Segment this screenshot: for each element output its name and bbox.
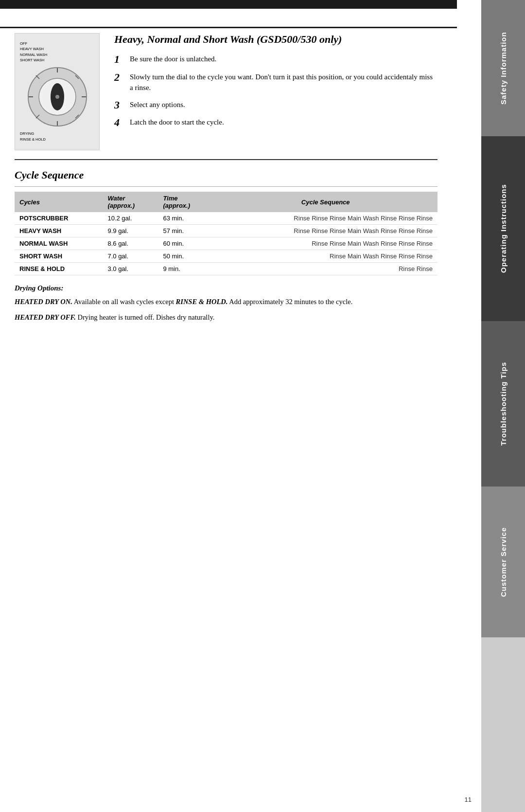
cycle-name: RINSE & HOLD <box>19 265 65 272</box>
sidebar-tab-operating[interactable]: Operating Instructions <box>481 136 525 321</box>
cycle-table-header-row: Cycles Water (approx.) Time (approx.) Cy… <box>15 192 438 212</box>
cycle-sequence: Rinse Rinse <box>213 263 438 275</box>
drying-heated-on: HEATED DRY ON. Available on all wash cyc… <box>15 296 438 307</box>
wash-section: OFF HEAVY WASH NORMAL WASH SHORT WASH <box>15 33 438 150</box>
cycle-table-head: Cycles Water (approx.) Time (approx.) Cy… <box>15 192 438 212</box>
col-time-label: Time <box>163 195 177 202</box>
cycle-sequence: Rinse Rinse Main Wash Rinse Rinse Rinse <box>213 237 438 250</box>
heated-dry-off-label: HEATED DRY OFF. <box>15 313 76 321</box>
cycle-time: 60 min. <box>158 237 213 250</box>
cycle-table: Cycles Water (approx.) Time (approx.) Cy… <box>15 192 438 275</box>
table-row: SHORT WASH 7.0 gal. 50 min. Rinse Main W… <box>15 250 438 263</box>
step-4: 4 Latch the door to start the cycle. <box>114 117 438 128</box>
cycle-water: 9.9 gal. <box>103 225 158 237</box>
col-time: Time (approx.) <box>158 192 213 212</box>
step-3-text: Select any options. <box>130 99 185 110</box>
table-row: POTSCRUBBER 10.2 gal. 63 min. Rinse Rins… <box>15 212 438 225</box>
sidebar-spacer <box>481 637 525 812</box>
page-number: 11 <box>465 796 472 803</box>
cycle-sequence: Rinse Main Wash Rinse Rinse Rinse <box>213 250 438 263</box>
col-cycles: Cycles <box>15 192 103 212</box>
step-4-num: 4 <box>114 117 125 128</box>
cycle-sequence: Rinse Rinse Rinse Main Wash Rinse Rinse … <box>213 225 438 237</box>
table-row: NORMAL WASH 8.6 gal. 60 min. Rinse Rinse… <box>15 237 438 250</box>
cycle-water: 10.2 gal. <box>103 212 158 225</box>
sidebar-tab-troubleshooting-label: Troubleshooting Tips <box>499 362 508 446</box>
sidebar: Safety Information Operating Instruction… <box>481 0 525 812</box>
step-3-num: 3 <box>114 99 125 111</box>
wash-title: Heavy, Normal and Short Wash (GSD500/530… <box>114 33 438 46</box>
drying-section: Drying Options: HEATED DRY ON. Available… <box>15 284 438 323</box>
section-divider-1 <box>15 159 438 160</box>
sidebar-tab-operating-label: Operating Instructions <box>499 184 508 273</box>
cycle-table-body: POTSCRUBBER 10.2 gal. 63 min. Rinse Rins… <box>15 212 438 275</box>
dial-heavy-wash-label: HEAVY WASH <box>20 46 44 52</box>
step-list: 1 Be sure the door is unlatched. 2 Slowl… <box>114 54 438 128</box>
drying-title: Drying Options: <box>15 284 438 292</box>
step-1-num: 1 <box>114 54 125 65</box>
cycle-section: Cycle Sequence Cycles Water (approx.) Ti… <box>15 169 438 323</box>
heated-dry-on-label: HEATED DRY ON. <box>15 298 72 306</box>
cycle-time: 50 min. <box>158 250 213 263</box>
sidebar-tab-troubleshooting[interactable]: Troubleshooting Tips <box>481 321 525 487</box>
svg-point-3 <box>55 95 59 99</box>
col-water-sub: (approx.) <box>107 202 135 209</box>
cycle-water: 3.0 gal. <box>103 263 158 275</box>
rinse-hold-label: RINSE & HOLD. <box>176 298 228 306</box>
dial-normal-wash-label: NORMAL WASH <box>20 52 47 57</box>
cycle-name: POTSCRUBBER <box>19 215 68 222</box>
dial-drying-label: DRYING <box>20 131 34 136</box>
wash-instructions: Heavy, Normal and Short Wash (GSD500/530… <box>114 33 438 134</box>
drying-heated-off: HEATED DRY OFF. Drying heater is turned … <box>15 312 438 323</box>
dial-short-wash-label: SHORT WASH <box>20 57 44 63</box>
dial-diagram: OFF HEAVY WASH NORMAL WASH SHORT WASH <box>15 33 100 150</box>
cycle-section-title: Cycle Sequence <box>15 169 438 181</box>
sidebar-tab-customer-label: Customer Service <box>499 527 508 597</box>
step-2: 2 Slowly turn the dial to the cycle you … <box>114 72 438 93</box>
table-top-divider <box>15 186 438 187</box>
dial-svg <box>26 65 89 128</box>
cycle-time: 9 min. <box>158 263 213 275</box>
cycle-name: HEAVY WASH <box>19 227 61 235</box>
col-cycle-seq-label: Cycle Sequence <box>301 198 350 206</box>
cycle-water: 8.6 gal. <box>103 237 158 250</box>
col-time-sub: (approx.) <box>163 202 190 209</box>
col-cycle-seq: Cycle Sequence <box>213 192 438 212</box>
step-1-text: Be sure the door is unlatched. <box>130 54 216 65</box>
dial-rinse-hold-label: RINSE & HOLD <box>20 137 46 142</box>
table-row: HEAVY WASH 9.9 gal. 57 min. Rinse Rinse … <box>15 225 438 237</box>
sidebar-tab-safety[interactable]: Safety Information <box>481 0 525 136</box>
col-water: Water (approx.) <box>103 192 158 212</box>
cycle-time: 63 min. <box>158 212 213 225</box>
cycle-name: NORMAL WASH <box>19 240 68 247</box>
dial-top-labels: OFF HEAVY WASH NORMAL WASH SHORT WASH <box>20 41 94 63</box>
col-water-label: Water <box>107 195 125 202</box>
sidebar-tab-customer[interactable]: Customer Service <box>481 487 525 637</box>
step-2-text: Slowly turn the dial to the cycle you wa… <box>130 72 438 93</box>
step-3: 3 Select any options. <box>114 99 438 111</box>
cycle-water: 7.0 gal. <box>103 250 158 263</box>
step-4-text: Latch the door to start the cycle. <box>130 117 224 128</box>
dial-bottom-labels: DRYING RINSE & HOLD <box>20 131 94 143</box>
top-bar <box>0 0 457 9</box>
step-2-num: 2 <box>114 72 125 83</box>
sidebar-tab-safety-label: Safety Information <box>499 32 508 105</box>
step-1: 1 Be sure the door is unlatched. <box>114 54 438 65</box>
cycle-time: 57 min. <box>158 225 213 237</box>
cycle-sequence: Rinse Rinse Rinse Main Wash Rinse Rinse … <box>213 212 438 225</box>
main-content: OFF HEAVY WASH NORMAL WASH SHORT WASH <box>0 9 457 812</box>
cycle-name: SHORT WASH <box>19 253 62 260</box>
col-cycles-label: Cycles <box>19 198 40 206</box>
table-row: RINSE & HOLD 3.0 gal. 9 min. Rinse Rinse <box>15 263 438 275</box>
dial-off-label: OFF <box>20 41 27 46</box>
